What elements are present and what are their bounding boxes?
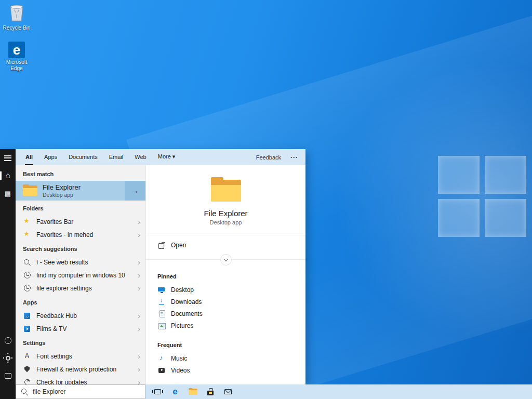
section-settings-list: Font settings Firewall & network protect… xyxy=(16,350,145,384)
filter-tab[interactable]: Apps xyxy=(44,149,58,165)
edge-icon xyxy=(172,387,177,396)
result-row[interactable]: find my computer in windows 10 xyxy=(16,269,145,282)
search-content: Best match File Explorer Desktop app Fol… xyxy=(16,165,305,384)
filter-tab[interactable]: All xyxy=(25,149,33,165)
refresh-icon xyxy=(23,378,31,385)
taskbar-search-box[interactable]: file Explorer xyxy=(16,384,145,399)
search-icon xyxy=(20,388,29,396)
taskbar-search-value: file Explorer xyxy=(33,388,65,395)
result-row[interactable]: Firewall & network protection xyxy=(16,363,145,376)
pinned-item[interactable]: Desktop xyxy=(157,284,294,296)
filter-tab[interactable]: Documents xyxy=(68,149,98,165)
chevron-right-icon[interactable] xyxy=(138,230,140,240)
search-icon xyxy=(23,258,31,267)
pinned-item[interactable]: Pictures xyxy=(157,320,294,331)
result-row[interactable]: Font settings xyxy=(16,350,145,363)
best-match-body[interactable]: File Explorer Desktop app xyxy=(16,181,125,201)
windows-desktop: Recycle Bin Microsoft Edge All xyxy=(0,0,532,399)
chevron-right-icon[interactable] xyxy=(138,284,140,293)
taskbar-icons xyxy=(145,384,235,399)
result-row[interactable]: Favorites Bar xyxy=(16,215,145,228)
chevron-right-icon[interactable] xyxy=(138,271,140,280)
filter-tab[interactable]: Web xyxy=(134,149,147,165)
task-view-button[interactable] xyxy=(151,384,164,399)
windows-logo xyxy=(438,156,526,237)
divider xyxy=(146,259,305,260)
result-row[interactable]: Favorites - in mehed xyxy=(16,228,145,241)
chevron-right-icon[interactable] xyxy=(138,365,140,374)
documents-icon xyxy=(157,310,166,318)
preview-subtitle: Desktop app xyxy=(210,219,242,225)
result-label: Feedback Hub xyxy=(36,312,132,320)
pinned-item[interactable]: Documents xyxy=(157,308,294,320)
frequent-item[interactable]: Videos xyxy=(157,364,294,376)
section-header-folders: Folders xyxy=(16,201,145,215)
best-match-header: Best match xyxy=(16,166,145,181)
section-header-settings: Settings xyxy=(16,335,145,350)
chevron-right-icon[interactable] xyxy=(138,352,140,361)
result-row[interactable]: Feedback Hub xyxy=(16,309,145,322)
taskbar: file Explorer xyxy=(0,384,532,399)
pinned-item-label: Documents xyxy=(171,310,203,317)
preview-title: File Explorer xyxy=(204,209,247,218)
chevron-right-icon[interactable] xyxy=(138,217,140,227)
section-header-apps: Apps xyxy=(16,295,145,309)
settings-button[interactable] xyxy=(0,349,16,367)
feedback-icon xyxy=(23,312,31,320)
font-icon xyxy=(23,352,31,361)
result-label: Firewall & network protection xyxy=(36,366,132,373)
result-label: Check for updates xyxy=(36,379,132,385)
journal-button[interactable] xyxy=(0,184,16,202)
preview-header: File Explorer Desktop app xyxy=(146,165,305,225)
shield-icon xyxy=(23,365,31,374)
result-row[interactable]: f - See web results xyxy=(16,256,145,269)
more-options-icon[interactable]: ··· xyxy=(290,154,298,161)
filter-tab[interactable]: Email xyxy=(109,149,124,165)
file-explorer-taskbar-button[interactable] xyxy=(186,384,200,399)
mail-taskbar-button[interactable] xyxy=(221,384,235,399)
filter-tab[interactable]: More ▾ xyxy=(157,149,176,165)
best-match-result[interactable]: File Explorer Desktop app xyxy=(16,181,145,201)
chevron-right-icon[interactable] xyxy=(138,324,140,334)
task-view-icon xyxy=(154,389,161,394)
store-taskbar-button[interactable] xyxy=(204,384,217,399)
result-label: Films & TV xyxy=(36,325,132,332)
desktop-icon-label: Recycle Bin xyxy=(3,25,31,31)
search-sidebar xyxy=(0,149,16,384)
chevron-right-icon[interactable] xyxy=(138,311,140,321)
search-flyout: All Apps Documents Email Web More ▾ Feed… xyxy=(0,149,305,384)
downloads-icon xyxy=(157,298,166,306)
edge-taskbar-button[interactable] xyxy=(168,384,182,399)
desktop-icon-microsoft-edge[interactable]: Microsoft Edge xyxy=(1,42,32,71)
home-button[interactable] xyxy=(0,167,16,184)
section-suggestions-list: f - See web results find my computer in … xyxy=(16,256,145,295)
section-folders-list: Favorites Bar Favorites - in mehed xyxy=(16,215,145,241)
mail-icon xyxy=(224,389,232,394)
result-row[interactable]: file explorer settings xyxy=(16,282,145,295)
edge-icon xyxy=(8,42,25,58)
frequent-item-label: Videos xyxy=(171,367,190,374)
result-row[interactable]: Check for updates xyxy=(16,376,145,384)
result-label: f - See web results xyxy=(36,259,132,266)
windows-logo-pane xyxy=(485,199,526,237)
section-apps-list: Feedback Hub Films & TV xyxy=(16,309,145,335)
section-header-search-suggestions: Search suggestions xyxy=(16,241,145,256)
pinned-item[interactable]: Downloads xyxy=(157,296,294,308)
chevron-right-icon[interactable] xyxy=(138,258,140,267)
account-button[interactable] xyxy=(0,331,16,349)
expand-result-arrow-icon[interactable] xyxy=(125,181,145,201)
result-row[interactable]: Films & TV xyxy=(16,322,145,335)
hamburger-icon xyxy=(4,155,11,161)
preview-lists: Pinned Desktop Down xyxy=(146,268,305,376)
chevron-down-icon xyxy=(223,257,228,261)
wallpaper-button[interactable] xyxy=(0,367,16,384)
chevron-right-icon[interactable] xyxy=(138,378,140,385)
open-action[interactable]: Open xyxy=(146,235,305,255)
file-explorer-icon xyxy=(211,180,241,202)
menu-button[interactable] xyxy=(0,149,16,167)
frequent-item[interactable]: Music xyxy=(157,352,294,364)
expand-button[interactable] xyxy=(220,254,232,265)
windows-logo-pane xyxy=(485,156,526,194)
desktop-icon-recycle-bin[interactable]: Recycle Bin xyxy=(1,3,32,31)
feedback-link[interactable]: Feedback xyxy=(256,154,281,161)
